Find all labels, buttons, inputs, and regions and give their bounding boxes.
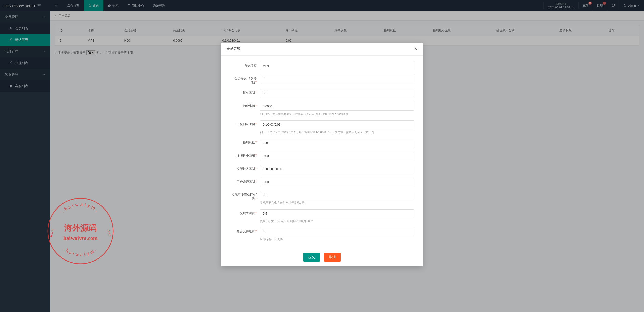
modal-overlay[interactable] — [0, 0, 644, 11]
